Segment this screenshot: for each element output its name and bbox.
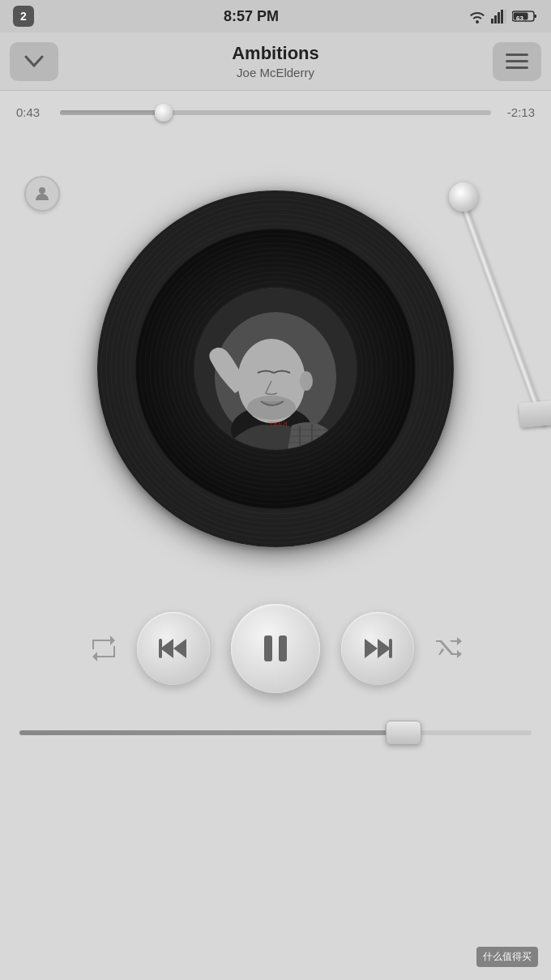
tonearm-arm: [457, 196, 546, 427]
svg-marker-28: [173, 639, 186, 658]
volume-area: [0, 717, 551, 748]
svg-rect-6: [534, 15, 536, 18]
battery-icon: 63: [512, 9, 538, 24]
svg-text:RARE: RARE: [267, 420, 288, 428]
status-icons: 63: [468, 9, 538, 24]
remaining-time: -2:13: [501, 105, 535, 119]
rewind-button[interactable]: [137, 612, 210, 685]
notification-badge: 2: [13, 6, 34, 27]
svg-rect-0: [491, 19, 493, 24]
svg-point-12: [39, 187, 45, 194]
signal-icon: [491, 9, 507, 24]
repeat-icon: [89, 634, 118, 663]
svg-marker-27: [160, 639, 173, 658]
watermark: 什么值得买: [476, 947, 538, 967]
vinyl-spindle: [194, 288, 207, 301]
svg-rect-31: [279, 636, 287, 661]
album-art: RARE: [194, 288, 357, 450]
progress-fill: [60, 110, 164, 115]
chevron-down-icon: [24, 55, 44, 68]
album-label: RARE: [194, 288, 357, 450]
svg-rect-30: [264, 636, 272, 661]
shuffle-icon: [433, 634, 462, 663]
fast-forward-icon: [361, 632, 394, 665]
playback-controls: [0, 588, 551, 709]
svg-rect-4: [504, 10, 506, 24]
svg-rect-9: [506, 53, 528, 56]
menu-button[interactable]: [493, 42, 541, 81]
pause-icon: [258, 631, 293, 666]
fast-forward-button[interactable]: [341, 612, 414, 685]
song-title: Ambitions: [58, 43, 493, 64]
svg-point-19: [300, 371, 313, 391]
status-bar: 2 8:57 PM 63: [0, 0, 551, 32]
svg-rect-11: [506, 66, 528, 69]
svg-marker-33: [378, 639, 391, 658]
volume-thumb[interactable]: [386, 721, 421, 745]
minimize-button[interactable]: [10, 42, 58, 81]
rewind-icon: [157, 632, 190, 665]
info-button[interactable]: [24, 176, 60, 212]
header: Ambitions Joe McElderry: [0, 32, 551, 91]
progress-track[interactable]: [60, 110, 491, 115]
song-info: Ambitions Joe McElderry: [58, 43, 493, 79]
current-time: 0:43: [16, 105, 50, 119]
svg-marker-32: [365, 639, 378, 658]
artist-name: Joe McElderry: [58, 66, 493, 79]
tonearm-pivot: [449, 182, 478, 212]
svg-point-20: [247, 396, 296, 420]
svg-rect-10: [506, 60, 528, 62]
svg-rect-29: [159, 639, 162, 658]
tonearm: [357, 182, 486, 490]
info-icon: [33, 185, 51, 203]
svg-rect-3: [501, 10, 503, 24]
progress-thumb[interactable]: [155, 104, 173, 122]
shuffle-button[interactable]: [427, 628, 468, 669]
repeat-button[interactable]: [83, 628, 124, 669]
tonearm-headshell: [519, 400, 551, 427]
pause-button[interactable]: [231, 604, 320, 693]
svg-rect-1: [494, 15, 497, 24]
progress-area: 0:43 -2:13: [0, 91, 551, 134]
svg-rect-2: [498, 12, 500, 24]
status-time: 8:57 PM: [224, 8, 279, 25]
turntable-area: RARE: [0, 134, 551, 588]
volume-track[interactable]: [19, 730, 532, 735]
wifi-icon: [468, 9, 486, 24]
hamburger-icon: [506, 53, 528, 70]
svg-text:63: 63: [516, 15, 523, 22]
svg-rect-34: [389, 639, 392, 658]
album-art-image: RARE: [194, 288, 357, 450]
